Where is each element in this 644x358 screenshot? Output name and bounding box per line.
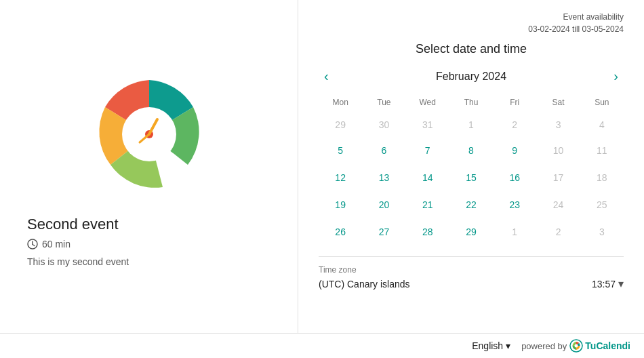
calendar-day-cell: 18: [580, 164, 624, 191]
unavailable-day: 4: [599, 119, 605, 130]
calendar-day-cell[interactable]: 5: [319, 137, 362, 164]
next-arrow-icon: ›: [613, 68, 618, 84]
weekday-mon: Mon: [319, 95, 362, 113]
calendar-day-cell[interactable]: 16: [493, 164, 536, 191]
duration-text: 60 min: [42, 239, 71, 250]
calendar-day-cell[interactable]: 15: [449, 164, 493, 191]
available-day[interactable]: 23: [504, 194, 525, 216]
unavailable-day: 3: [599, 226, 605, 237]
available-day[interactable]: 5: [329, 140, 351, 161]
calendar-week-row: 19202122232425: [319, 191, 624, 218]
unavailable-day: 11: [597, 145, 607, 156]
available-day[interactable]: 15: [460, 167, 482, 188]
weekday-wed: Wed: [406, 95, 449, 113]
calendar-day-cell[interactable]: 8: [449, 137, 493, 164]
available-day[interactable]: 20: [373, 194, 395, 216]
unavailable-day: 10: [553, 145, 564, 156]
unavailable-day: 2: [512, 119, 517, 130]
calendar-day-cell: 4: [580, 113, 624, 137]
calendar-day-cell[interactable]: 14: [406, 164, 449, 191]
available-day[interactable]: 7: [417, 140, 439, 161]
timezone-label: Time zone: [319, 265, 624, 275]
unavailable-day: 31: [422, 119, 433, 130]
timezone-dropdown-arrow: ▾: [618, 277, 624, 290]
available-day[interactable]: 8: [460, 140, 482, 161]
calendar-day-cell[interactable]: 27: [362, 218, 405, 245]
prev-month-button[interactable]: ‹: [319, 66, 334, 87]
calendar-day-cell: 2: [493, 113, 536, 137]
calendar-table: Mon Tue Wed Thu Fri Sat Sun 293031123456…: [319, 95, 624, 245]
available-day[interactable]: 6: [373, 140, 395, 161]
calendar-day-cell[interactable]: 22: [449, 191, 493, 218]
unavailable-day: 1: [512, 226, 517, 237]
available-day[interactable]: 19: [329, 194, 351, 216]
calendar-day-cell: 3: [580, 218, 624, 245]
timezone-section: Time zone (UTC) Canary islands 13:57 ▾: [319, 256, 624, 290]
right-panel: Event availability 03-02-2024 till 03-05…: [298, 0, 644, 333]
calendar-day-cell: 10: [536, 137, 580, 164]
available-day[interactable]: 9: [504, 140, 525, 161]
available-day[interactable]: 26: [329, 221, 351, 243]
available-day[interactable]: 28: [417, 221, 439, 243]
calendar-day-cell: 31: [406, 113, 449, 137]
calendar-day-cell[interactable]: 28: [406, 218, 449, 245]
tucalendi-brand-icon: [569, 339, 583, 353]
unavailable-day: 29: [335, 119, 346, 130]
tucalendi-clock-icon: [81, 66, 217, 202]
weekday-tue: Tue: [362, 95, 405, 113]
timezone-time[interactable]: 13:57 ▾: [592, 277, 624, 290]
calendar-day-cell[interactable]: 29: [449, 218, 493, 245]
calendar-day-cell[interactable]: 21: [406, 191, 449, 218]
available-day[interactable]: 16: [504, 167, 525, 188]
availability-range: 03-02-2024 till 03-05-2024: [319, 23, 624, 35]
event-availability: Event availability 03-02-2024 till 03-05…: [319, 11, 624, 35]
svg-point-8: [575, 344, 578, 348]
left-panel: Second event 60 min This is my second ev…: [0, 0, 298, 333]
footer: English ▾ powered by TuCalendi: [0, 333, 644, 358]
available-day[interactable]: 22: [460, 194, 482, 216]
calendar-day-cell[interactable]: 7: [406, 137, 449, 164]
available-day[interactable]: 12: [329, 167, 351, 188]
event-description: This is my second event: [27, 256, 129, 267]
weekday-thu: Thu: [449, 95, 493, 113]
powered-by: powered by TuCalendi: [521, 339, 630, 353]
available-day[interactable]: 21: [417, 194, 439, 216]
unavailable-day: 25: [597, 199, 607, 210]
available-day[interactable]: 13: [373, 167, 395, 188]
calendar-day-cell: 17: [536, 164, 580, 191]
calendar-day-cell[interactable]: 20: [362, 191, 405, 218]
timezone-time-value: 13:57: [592, 279, 616, 290]
calendar-week-row: 12131415161718: [319, 164, 624, 191]
unavailable-day: 2: [556, 226, 561, 237]
unavailable-day: 3: [556, 119, 561, 130]
calendar-day-cell[interactable]: 23: [493, 191, 536, 218]
available-day[interactable]: 29: [460, 221, 482, 243]
select-datetime-title: Select date and time: [319, 42, 624, 56]
calendar-week-row: 2930311234: [319, 113, 624, 137]
calendar-weekdays-row: Mon Tue Wed Thu Fri Sat Sun: [319, 95, 624, 113]
calendar-day-cell[interactable]: 12: [319, 164, 362, 191]
calendar-day-cell[interactable]: 6: [362, 137, 405, 164]
calendar-day-cell: 30: [362, 113, 405, 137]
next-month-button[interactable]: ›: [608, 66, 624, 87]
calendar-day-cell[interactable]: 19: [319, 191, 362, 218]
calendar-day-cell: 3: [536, 113, 580, 137]
calendar-day-cell: 2: [536, 218, 580, 245]
powered-by-text: powered by: [521, 341, 567, 351]
prev-arrow-icon: ‹: [324, 68, 329, 84]
calendar-day-cell: 24: [536, 191, 580, 218]
available-day[interactable]: 27: [373, 221, 395, 243]
available-day[interactable]: 14: [417, 167, 439, 188]
calendar-day-cell[interactable]: 13: [362, 164, 405, 191]
language-selector[interactable]: English ▾: [472, 340, 510, 351]
unavailable-day: 30: [379, 119, 390, 130]
clock-icon: [27, 239, 38, 250]
calendar-day-cell[interactable]: 9: [493, 137, 536, 164]
language-dropdown-arrow: ▾: [506, 340, 510, 351]
calendar-month-year: February 2024: [436, 71, 506, 83]
availability-label: Event availability: [319, 11, 624, 23]
calendar-week-row: 567891011: [319, 137, 624, 164]
calendar-day-cell: 1: [449, 113, 493, 137]
tucalendi-logo: TuCalendi: [569, 339, 630, 353]
calendar-day-cell[interactable]: 26: [319, 218, 362, 245]
